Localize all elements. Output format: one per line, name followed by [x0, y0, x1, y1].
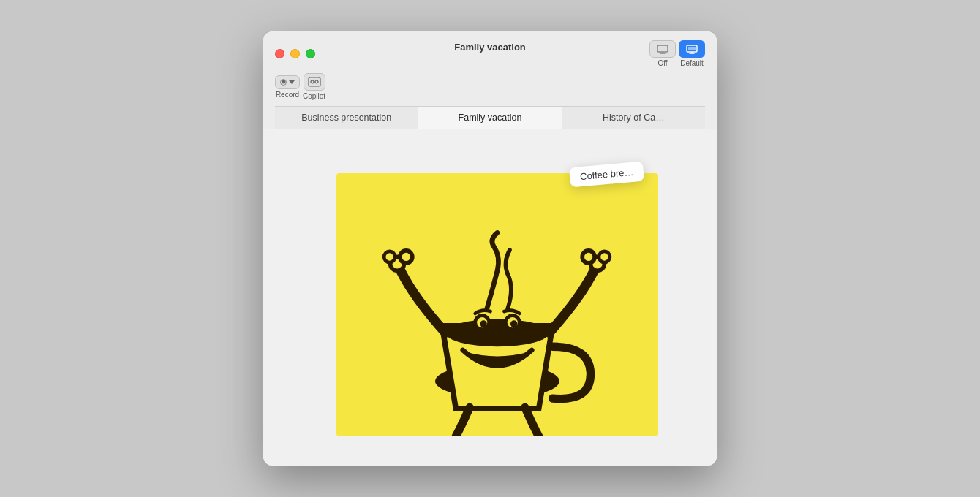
- close-button[interactable]: [275, 49, 284, 58]
- app-window: Family vacation Off: [263, 31, 717, 466]
- tab-business-presentation[interactable]: Business presentation: [275, 107, 418, 129]
- window-title: Family vacation: [454, 42, 526, 53]
- slide-container: Coffee bre…: [322, 159, 658, 436]
- svg-rect-0: [657, 45, 668, 52]
- toolbar: Record Copilot: [275, 73, 705, 106]
- copilot-label: Copilot: [303, 92, 325, 100]
- svg-point-8: [311, 80, 314, 83]
- svg-point-21: [480, 320, 486, 327]
- tab-history[interactable]: History of Ca…: [562, 107, 705, 129]
- content-area: Coffee bre…: [263, 129, 717, 466]
- toolbar-left: Record Copilot: [275, 73, 325, 100]
- default-view-button[interactable]: Default: [679, 40, 705, 67]
- svg-point-15: [384, 251, 395, 262]
- record-button[interactable]: Record: [275, 75, 300, 99]
- title-bar-top: Family vacation Off: [275, 40, 705, 67]
- minimize-button[interactable]: [290, 49, 300, 58]
- monitor-off-icon: [657, 45, 668, 54]
- default-label: Default: [680, 59, 704, 67]
- record-button-inner[interactable]: [275, 75, 300, 89]
- off-label: Off: [657, 59, 667, 67]
- yellow-slide: [336, 173, 658, 436]
- maximize-button[interactable]: [306, 49, 315, 58]
- svg-point-22: [510, 320, 517, 327]
- toolbar-right: Off Default: [649, 40, 705, 67]
- copilot-svg-icon: [308, 76, 321, 88]
- svg-point-12: [445, 319, 549, 346]
- tab-family-vacation[interactable]: Family vacation: [418, 107, 562, 129]
- record-dot-icon: [280, 79, 287, 86]
- svg-point-14: [400, 251, 412, 263]
- default-view-icon[interactable]: [679, 40, 705, 58]
- svg-point-9: [315, 80, 318, 83]
- title-bar: Family vacation Off: [263, 31, 717, 129]
- monitor-default-icon: [686, 45, 698, 54]
- traffic-lights: [275, 49, 315, 58]
- off-view-icon[interactable]: [649, 40, 676, 58]
- coffee-character-svg: [373, 188, 622, 436]
- off-view-button[interactable]: Off: [649, 40, 676, 67]
- record-chevron-icon: [289, 80, 295, 84]
- record-label: Record: [276, 91, 299, 99]
- copilot-icon[interactable]: [304, 73, 325, 91]
- tabs-bar: Business presentation Family vacation Hi…: [275, 106, 705, 129]
- svg-point-18: [599, 251, 610, 262]
- copilot-button[interactable]: Copilot: [303, 73, 325, 100]
- svg-point-17: [582, 251, 595, 263]
- svg-rect-6: [688, 47, 696, 50]
